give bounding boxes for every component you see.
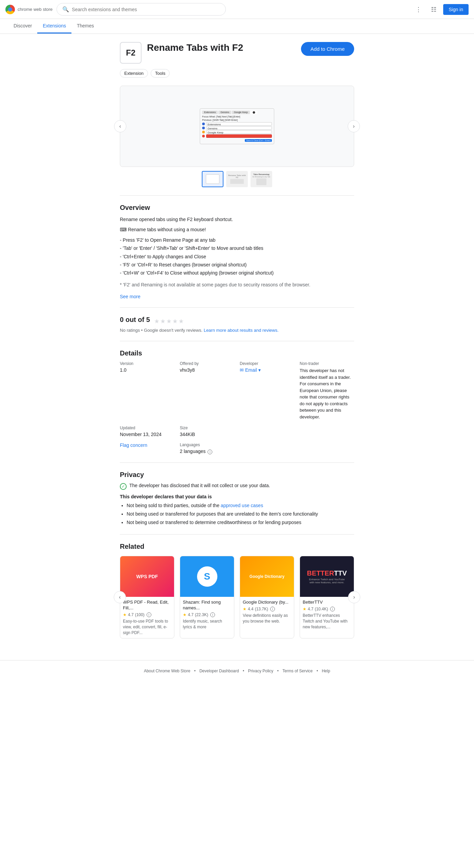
google-dict-star: ★ <box>243 607 246 611</box>
detail-flag: Flag concern <box>120 442 174 454</box>
languages-text: 2 languages <box>180 449 206 454</box>
divider-4 <box>120 462 354 463</box>
star-1: ★ <box>154 318 159 325</box>
star-2: ★ <box>160 318 166 325</box>
email-link[interactable]: ✉ Email ▾ <box>240 367 294 373</box>
shazam-description: Identify music, search lyrics & more <box>183 619 231 630</box>
sign-in-button[interactable]: Sign in <box>443 4 469 15</box>
privacy-list: Not being sold to third parties, outside… <box>120 502 354 526</box>
nav-discover[interactable]: Discover <box>8 19 37 34</box>
carousel-next-button[interactable]: › <box>348 120 360 132</box>
related-card-wps[interactable]: WPS PDF WPS PDF - Read, Edit, Fill,... ★… <box>120 556 174 638</box>
size-label: Size <box>180 426 234 430</box>
footer-about-link[interactable]: About Chrome Web Store <box>144 669 190 673</box>
footer-privacy-link[interactable]: Privacy Policy <box>248 669 274 673</box>
mockup-tab: Google Keep <box>232 111 250 114</box>
wps-icon: WPS PDF <box>120 556 174 597</box>
divider-1 <box>120 195 354 196</box>
mockup-prev-header: Previous: [Shift+Tab] [Shift+Enter] <box>202 119 272 121</box>
mockup-tab: Gensins <box>218 111 231 114</box>
envelope-icon: ✉ <box>240 367 244 373</box>
shazam-info-icon[interactable]: i <box>210 612 215 617</box>
logo[interactable]: chrome web store <box>5 5 52 14</box>
detail-empty-2 <box>300 426 354 437</box>
wps-title: WPS PDF - Read, Edit, Fill,... <box>123 600 171 611</box>
star-4: ★ <box>172 318 178 325</box>
approved-use-link[interactable]: approved use cases <box>221 503 263 508</box>
wps-description: Easy-to-use PDF tools to view, edit, con… <box>123 619 171 635</box>
languages-value: 2 languages i <box>180 449 234 454</box>
apps-grid-button[interactable]: ☷ <box>428 3 439 16</box>
bettertv-info-icon[interactable]: i <box>330 607 335 611</box>
google-dict-card-body: Google Dictionary (by... ★ 4.4 (13.7K) i… <box>240 597 294 627</box>
privacy-title: Privacy <box>120 471 354 479</box>
bettertv-rating: ★ 4.7 (10.4K) i <box>303 607 351 611</box>
search-input[interactable] <box>72 7 220 12</box>
mockup-input-3: Google Keep <box>206 130 272 134</box>
footer-sep-4: • <box>317 669 318 673</box>
overview-section: Overview Rename opened tabs using the F2… <box>120 204 354 299</box>
related-card-google-dict[interactable]: Google Dictionary Google Dictionary (by.… <box>240 556 294 638</box>
nav-themes[interactable]: Themes <box>71 19 100 34</box>
thumbnail-strip: Rename Tabs with F2 Tabs Renametag for B… <box>120 171 354 187</box>
flag-concern-link[interactable]: Flag concern <box>120 442 147 448</box>
star-3: ★ <box>166 318 172 325</box>
updated-label: Updated <box>120 426 174 430</box>
mockup-row-2: Gensins <box>202 126 272 130</box>
bettertv-rating-value: 4.7 <box>308 607 314 611</box>
mockup-input-2: Gensins <box>206 126 272 130</box>
related-grid: WPS PDF WPS PDF - Read, Edit, Fill,... ★… <box>120 556 354 638</box>
languages-info-icon[interactable]: i <box>208 450 212 454</box>
related-card-shazam[interactable]: S Shazam: Find song names... ★ 4.7 (22.3… <box>180 556 234 638</box>
footer-help-link[interactable]: Help <box>322 669 330 673</box>
wps-info-icon[interactable]: i <box>147 612 151 617</box>
star-5: ★ <box>178 318 184 325</box>
tag-tools[interactable]: Tools <box>151 69 170 78</box>
wps-rating-value: 4.7 <box>128 612 134 617</box>
developer-email: ✉ Email ▾ <box>240 367 294 373</box>
related-next-button[interactable]: › <box>348 591 360 603</box>
developer-label: Developer <box>240 361 294 366</box>
shazam-s: S <box>204 571 210 582</box>
related-prev-button[interactable]: ‹ <box>114 591 126 603</box>
chrome-logo-icon <box>5 5 15 14</box>
feature-2: - 'Tab' or 'Enter' / 'Shift+Tab' or 'Shi… <box>120 244 354 252</box>
google-dict-title: Google Dictionary (by... <box>243 600 291 605</box>
search-icon: 🔍 <box>62 6 69 13</box>
bettertv-title: BetterTTV <box>303 600 351 605</box>
thumbnail-3[interactable]: Tabs Renametag for Browsing to any Tab <box>251 171 272 187</box>
search-bar[interactable]: 🔍 <box>57 3 226 16</box>
nav-extensions[interactable]: Extensions <box>37 19 71 34</box>
tag-extension[interactable]: Extension <box>120 69 148 78</box>
detail-size: Size 344KiB <box>180 426 234 437</box>
footer-dev-dashboard-link[interactable]: Developer Dashboard <box>199 669 239 673</box>
wps-rating-count: (100) <box>135 612 145 617</box>
privacy-disclosure-text: The developer has disclosed that it will… <box>129 483 270 488</box>
learn-more-link: Learn more about results and reviews. <box>204 328 279 333</box>
thumbnail-2[interactable]: Rename Tabs with F2 <box>226 171 248 187</box>
privacy-item-1: Not being sold to third parties, outside… <box>127 502 354 509</box>
mockup-tab-active: ⬤ <box>251 111 257 114</box>
footer-tos-link[interactable]: Terms of Service <box>282 669 313 673</box>
carousel-prev-button[interactable]: ‹ <box>114 120 126 132</box>
add-to-chrome-button[interactable]: Add to Chrome <box>301 42 354 56</box>
privacy-item-3: Not being used or transferred to determi… <box>127 519 354 526</box>
shazam-rating-count: (22.3K) <box>195 612 208 617</box>
rating-score: 0 out of 5 <box>120 316 150 324</box>
detail-non-trader: Non-trader This developer has not identi… <box>300 361 354 420</box>
thumbnail-1[interactable] <box>202 171 223 187</box>
shazam-rating-value: 4.7 <box>188 612 194 617</box>
non-trader-text: This developer has not identified itself… <box>300 367 354 420</box>
extension-title-wrapper: Rename Tabs with F2 <box>147 42 243 53</box>
extension-icon: F2 <box>120 42 142 64</box>
mockup-input-1: Extensions <box>206 122 272 126</box>
overview-description: Rename opened tabs using the F2 keyboard… <box>120 216 354 223</box>
google-dict-info-icon[interactable]: i <box>270 607 275 611</box>
more-options-button[interactable]: ⋮ <box>413 3 424 16</box>
divider-3 <box>120 341 354 341</box>
mockup-dot <box>202 123 205 125</box>
related-card-bettertv[interactable]: BETTERTTV Enhance Twitch and YouTubewith… <box>300 556 354 638</box>
offered-value: vhv3y8 <box>180 367 234 373</box>
see-more-link[interactable]: See more <box>120 294 141 299</box>
extension-header: F2 Rename Tabs with F2 Add to Chrome <box>120 42 354 64</box>
